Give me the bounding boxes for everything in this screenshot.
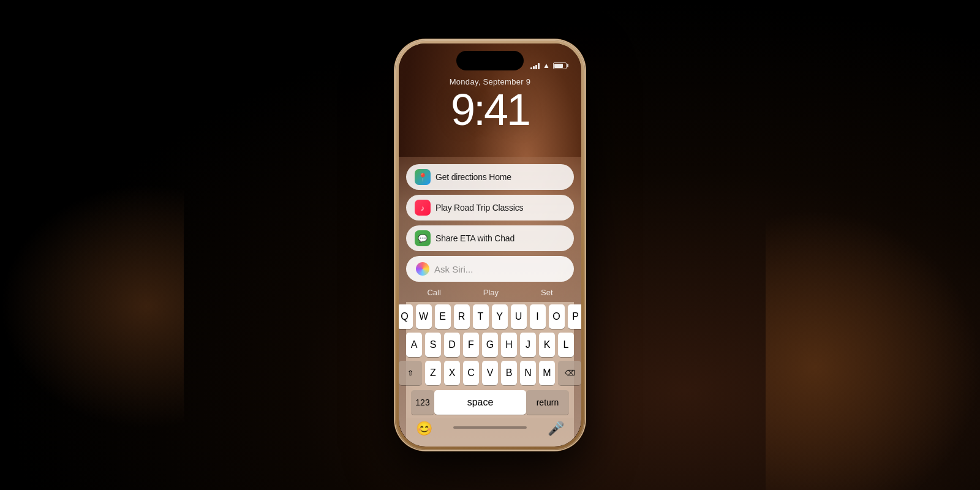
- keyboard-row-4: 123 space return: [409, 389, 571, 418]
- keyboard-footer: 😊 🎤: [406, 418, 574, 447]
- suggestion-messages-label: Share ETA with Chad: [435, 233, 514, 243]
- key-H[interactable]: H: [501, 333, 517, 357]
- key-O[interactable]: O: [549, 304, 565, 329]
- key-I[interactable]: I: [530, 304, 546, 329]
- key-T[interactable]: T: [473, 304, 489, 329]
- lockscreen-content: Monday, September 9 9:41: [399, 77, 581, 132]
- key-L[interactable]: L: [558, 333, 574, 357]
- dictation-key[interactable]: 🎤: [548, 421, 564, 437]
- key-Z[interactable]: Z: [425, 361, 441, 385]
- key-J[interactable]: J: [520, 333, 536, 357]
- suggestion-messages[interactable]: 💬 Share ETA with Chad: [406, 225, 574, 251]
- signal-bars-icon: [530, 62, 540, 69]
- suggestion-directions[interactable]: 📍 Get directions Home: [406, 164, 574, 190]
- maps-icon: 📍: [415, 169, 431, 185]
- keyboard-row-2: A S D F G H J K L: [409, 333, 571, 357]
- messages-symbol: 💬: [418, 234, 428, 243]
- key-K[interactable]: K: [539, 333, 555, 357]
- battery-icon: [553, 62, 567, 69]
- phone-screen: ▲ Monday, September 9 9:41 📍 Get directi…: [399, 43, 581, 447]
- quick-call[interactable]: Call: [427, 288, 440, 297]
- key-G[interactable]: G: [482, 333, 498, 357]
- key-S[interactable]: S: [425, 333, 441, 357]
- key-Y[interactable]: Y: [492, 304, 508, 329]
- key-C[interactable]: C: [463, 361, 479, 385]
- music-icon: ♪: [415, 200, 431, 216]
- keyboard-row-1: Q W E R T Y U I O P: [409, 304, 571, 329]
- shift-key[interactable]: ⇧: [399, 361, 422, 385]
- emoji-key[interactable]: 😊: [416, 421, 432, 437]
- quick-suggestions: Call Play Set: [406, 285, 574, 302]
- bar1: [530, 67, 532, 69]
- delete-key[interactable]: ⌫: [558, 361, 581, 385]
- key-Q[interactable]: Q: [399, 304, 413, 329]
- bar3: [535, 65, 537, 69]
- suggestion-music-label: Play Road Trip Classics: [435, 203, 523, 213]
- messages-icon: 💬: [415, 230, 431, 246]
- siri-placeholder: Ask Siri...: [434, 264, 564, 274]
- phone-frame: ▲ Monday, September 9 9:41 📍 Get directi…: [395, 40, 585, 450]
- key-M[interactable]: M: [539, 361, 555, 385]
- key-U[interactable]: U: [511, 304, 527, 329]
- keyboard-row-3: ⇧ Z X C V B N M ⌫: [409, 361, 571, 385]
- siri-orb-icon: [416, 262, 429, 276]
- maps-pin-symbol: 📍: [418, 173, 428, 182]
- key-D[interactable]: D: [444, 333, 460, 357]
- keyboard: Q W E R T Y U I O P A S D F G: [406, 302, 574, 418]
- home-indicator: [453, 426, 527, 429]
- key-V[interactable]: V: [482, 361, 498, 385]
- wifi-icon: ▲: [543, 61, 550, 70]
- music-symbol: ♪: [421, 203, 425, 213]
- key-W[interactable]: W: [416, 304, 432, 329]
- key-P[interactable]: P: [568, 304, 582, 329]
- key-R[interactable]: R: [454, 304, 470, 329]
- key-A[interactable]: A: [406, 333, 422, 357]
- quick-play[interactable]: Play: [483, 288, 499, 297]
- status-icons: ▲: [530, 61, 567, 70]
- key-N[interactable]: N: [520, 361, 536, 385]
- key-X[interactable]: X: [444, 361, 460, 385]
- dynamic-island: [456, 51, 524, 70]
- key-E[interactable]: E: [435, 304, 451, 329]
- space-key[interactable]: space: [434, 390, 526, 415]
- key-F[interactable]: F: [463, 333, 479, 357]
- siri-panel: 📍 Get directions Home ♪ Play Road Trip C…: [399, 157, 581, 447]
- siri-input-row[interactable]: Ask Siri...: [406, 256, 574, 282]
- quick-set[interactable]: Set: [541, 288, 553, 297]
- battery-fill: [554, 64, 563, 68]
- lock-time: 9:41: [451, 88, 529, 132]
- suggestion-music[interactable]: ♪ Play Road Trip Classics: [406, 195, 574, 221]
- suggestion-directions-label: Get directions Home: [435, 172, 511, 182]
- key-B[interactable]: B: [501, 361, 517, 385]
- bar2: [533, 66, 535, 69]
- numbers-key[interactable]: 123: [411, 390, 434, 415]
- bar4: [538, 63, 540, 69]
- return-key[interactable]: return: [526, 390, 569, 415]
